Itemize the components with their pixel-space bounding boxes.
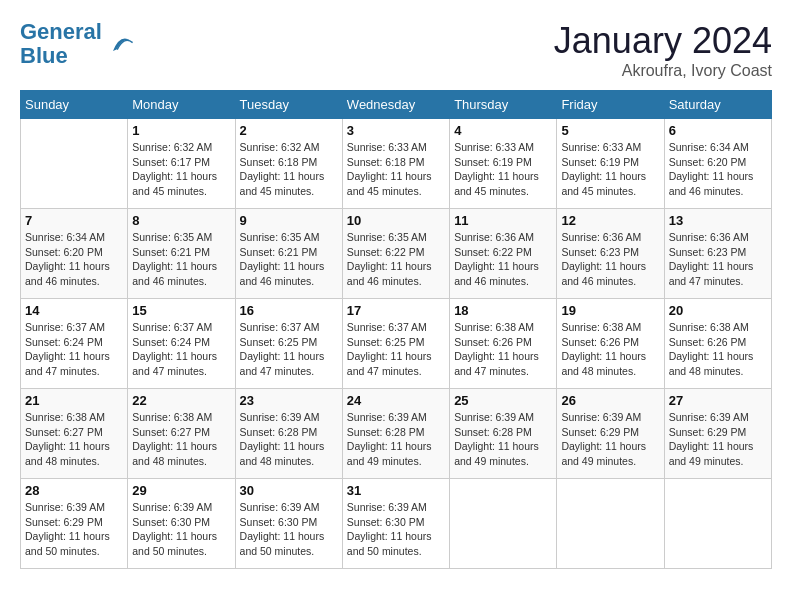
day-info: Sunrise: 6:38 AM Sunset: 6:27 PM Dayligh…: [25, 410, 123, 469]
day-number: 14: [25, 303, 123, 318]
day-number: 4: [454, 123, 552, 138]
calendar-cell: 14Sunrise: 6:37 AM Sunset: 6:24 PM Dayli…: [21, 299, 128, 389]
weekday-header: Monday: [128, 91, 235, 119]
day-number: 18: [454, 303, 552, 318]
day-number: 23: [240, 393, 338, 408]
day-info: Sunrise: 6:38 AM Sunset: 6:27 PM Dayligh…: [132, 410, 230, 469]
calendar-week-row: 28Sunrise: 6:39 AM Sunset: 6:29 PM Dayli…: [21, 479, 772, 569]
calendar-cell: 19Sunrise: 6:38 AM Sunset: 6:26 PM Dayli…: [557, 299, 664, 389]
day-info: Sunrise: 6:37 AM Sunset: 6:25 PM Dayligh…: [240, 320, 338, 379]
day-info: Sunrise: 6:33 AM Sunset: 6:19 PM Dayligh…: [454, 140, 552, 199]
calendar-week-row: 1Sunrise: 6:32 AM Sunset: 6:17 PM Daylig…: [21, 119, 772, 209]
day-info: Sunrise: 6:32 AM Sunset: 6:17 PM Dayligh…: [132, 140, 230, 199]
day-number: 26: [561, 393, 659, 408]
day-number: 29: [132, 483, 230, 498]
day-info: Sunrise: 6:35 AM Sunset: 6:21 PM Dayligh…: [132, 230, 230, 289]
day-info: Sunrise: 6:37 AM Sunset: 6:24 PM Dayligh…: [132, 320, 230, 379]
calendar-cell: 12Sunrise: 6:36 AM Sunset: 6:23 PM Dayli…: [557, 209, 664, 299]
calendar-cell: 27Sunrise: 6:39 AM Sunset: 6:29 PM Dayli…: [664, 389, 771, 479]
day-number: 15: [132, 303, 230, 318]
page-header: GeneralBlue January 2024 Akroufra, Ivory…: [20, 20, 772, 80]
day-number: 27: [669, 393, 767, 408]
day-info: Sunrise: 6:37 AM Sunset: 6:25 PM Dayligh…: [347, 320, 445, 379]
day-info: Sunrise: 6:39 AM Sunset: 6:30 PM Dayligh…: [132, 500, 230, 559]
day-number: 13: [669, 213, 767, 228]
weekday-header: Saturday: [664, 91, 771, 119]
weekday-header: Tuesday: [235, 91, 342, 119]
day-number: 16: [240, 303, 338, 318]
weekday-header: Wednesday: [342, 91, 449, 119]
logo-text: GeneralBlue: [20, 20, 102, 68]
calendar-cell: 8Sunrise: 6:35 AM Sunset: 6:21 PM Daylig…: [128, 209, 235, 299]
calendar-cell: 11Sunrise: 6:36 AM Sunset: 6:22 PM Dayli…: [450, 209, 557, 299]
day-number: 12: [561, 213, 659, 228]
calendar-cell: 9Sunrise: 6:35 AM Sunset: 6:21 PM Daylig…: [235, 209, 342, 299]
day-info: Sunrise: 6:32 AM Sunset: 6:18 PM Dayligh…: [240, 140, 338, 199]
day-info: Sunrise: 6:36 AM Sunset: 6:22 PM Dayligh…: [454, 230, 552, 289]
day-number: 6: [669, 123, 767, 138]
calendar-cell: 6Sunrise: 6:34 AM Sunset: 6:20 PM Daylig…: [664, 119, 771, 209]
day-number: 24: [347, 393, 445, 408]
calendar-cell: 4Sunrise: 6:33 AM Sunset: 6:19 PM Daylig…: [450, 119, 557, 209]
title-block: January 2024 Akroufra, Ivory Coast: [554, 20, 772, 80]
calendar-week-row: 7Sunrise: 6:34 AM Sunset: 6:20 PM Daylig…: [21, 209, 772, 299]
day-number: 22: [132, 393, 230, 408]
day-number: 2: [240, 123, 338, 138]
calendar-cell: 26Sunrise: 6:39 AM Sunset: 6:29 PM Dayli…: [557, 389, 664, 479]
day-number: 5: [561, 123, 659, 138]
calendar-cell: 3Sunrise: 6:33 AM Sunset: 6:18 PM Daylig…: [342, 119, 449, 209]
day-info: Sunrise: 6:39 AM Sunset: 6:29 PM Dayligh…: [25, 500, 123, 559]
weekday-header: Friday: [557, 91, 664, 119]
day-info: Sunrise: 6:39 AM Sunset: 6:30 PM Dayligh…: [347, 500, 445, 559]
calendar-week-row: 14Sunrise: 6:37 AM Sunset: 6:24 PM Dayli…: [21, 299, 772, 389]
weekday-header-row: SundayMondayTuesdayWednesdayThursdayFrid…: [21, 91, 772, 119]
calendar-cell: 30Sunrise: 6:39 AM Sunset: 6:30 PM Dayli…: [235, 479, 342, 569]
calendar-cell: 15Sunrise: 6:37 AM Sunset: 6:24 PM Dayli…: [128, 299, 235, 389]
day-info: Sunrise: 6:39 AM Sunset: 6:29 PM Dayligh…: [561, 410, 659, 469]
day-number: 19: [561, 303, 659, 318]
weekday-header: Thursday: [450, 91, 557, 119]
day-number: 7: [25, 213, 123, 228]
day-number: 30: [240, 483, 338, 498]
day-info: Sunrise: 6:35 AM Sunset: 6:21 PM Dayligh…: [240, 230, 338, 289]
location-subtitle: Akroufra, Ivory Coast: [554, 62, 772, 80]
calendar-cell: 10Sunrise: 6:35 AM Sunset: 6:22 PM Dayli…: [342, 209, 449, 299]
calendar-cell: 5Sunrise: 6:33 AM Sunset: 6:19 PM Daylig…: [557, 119, 664, 209]
calendar-cell: 16Sunrise: 6:37 AM Sunset: 6:25 PM Dayli…: [235, 299, 342, 389]
day-number: 20: [669, 303, 767, 318]
calendar-cell: [557, 479, 664, 569]
day-info: Sunrise: 6:33 AM Sunset: 6:19 PM Dayligh…: [561, 140, 659, 199]
calendar-cell: 1Sunrise: 6:32 AM Sunset: 6:17 PM Daylig…: [128, 119, 235, 209]
day-info: Sunrise: 6:39 AM Sunset: 6:29 PM Dayligh…: [669, 410, 767, 469]
day-number: 31: [347, 483, 445, 498]
day-number: 25: [454, 393, 552, 408]
day-info: Sunrise: 6:38 AM Sunset: 6:26 PM Dayligh…: [454, 320, 552, 379]
calendar-cell: [664, 479, 771, 569]
day-number: 9: [240, 213, 338, 228]
logo-icon: [106, 30, 134, 58]
calendar-cell: 24Sunrise: 6:39 AM Sunset: 6:28 PM Dayli…: [342, 389, 449, 479]
day-info: Sunrise: 6:36 AM Sunset: 6:23 PM Dayligh…: [561, 230, 659, 289]
calendar-cell: 7Sunrise: 6:34 AM Sunset: 6:20 PM Daylig…: [21, 209, 128, 299]
calendar-cell: 28Sunrise: 6:39 AM Sunset: 6:29 PM Dayli…: [21, 479, 128, 569]
day-info: Sunrise: 6:39 AM Sunset: 6:28 PM Dayligh…: [454, 410, 552, 469]
weekday-header: Sunday: [21, 91, 128, 119]
calendar-cell: 21Sunrise: 6:38 AM Sunset: 6:27 PM Dayli…: [21, 389, 128, 479]
day-number: 1: [132, 123, 230, 138]
calendar-week-row: 21Sunrise: 6:38 AM Sunset: 6:27 PM Dayli…: [21, 389, 772, 479]
calendar-cell: 31Sunrise: 6:39 AM Sunset: 6:30 PM Dayli…: [342, 479, 449, 569]
calendar-cell: 18Sunrise: 6:38 AM Sunset: 6:26 PM Dayli…: [450, 299, 557, 389]
day-info: Sunrise: 6:35 AM Sunset: 6:22 PM Dayligh…: [347, 230, 445, 289]
day-info: Sunrise: 6:39 AM Sunset: 6:28 PM Dayligh…: [240, 410, 338, 469]
day-number: 21: [25, 393, 123, 408]
day-info: Sunrise: 6:38 AM Sunset: 6:26 PM Dayligh…: [561, 320, 659, 379]
day-info: Sunrise: 6:37 AM Sunset: 6:24 PM Dayligh…: [25, 320, 123, 379]
month-title: January 2024: [554, 20, 772, 62]
calendar-cell: 13Sunrise: 6:36 AM Sunset: 6:23 PM Dayli…: [664, 209, 771, 299]
calendar-cell: 17Sunrise: 6:37 AM Sunset: 6:25 PM Dayli…: [342, 299, 449, 389]
day-info: Sunrise: 6:36 AM Sunset: 6:23 PM Dayligh…: [669, 230, 767, 289]
day-info: Sunrise: 6:34 AM Sunset: 6:20 PM Dayligh…: [669, 140, 767, 199]
calendar-table: SundayMondayTuesdayWednesdayThursdayFrid…: [20, 90, 772, 569]
day-info: Sunrise: 6:39 AM Sunset: 6:28 PM Dayligh…: [347, 410, 445, 469]
day-number: 17: [347, 303, 445, 318]
